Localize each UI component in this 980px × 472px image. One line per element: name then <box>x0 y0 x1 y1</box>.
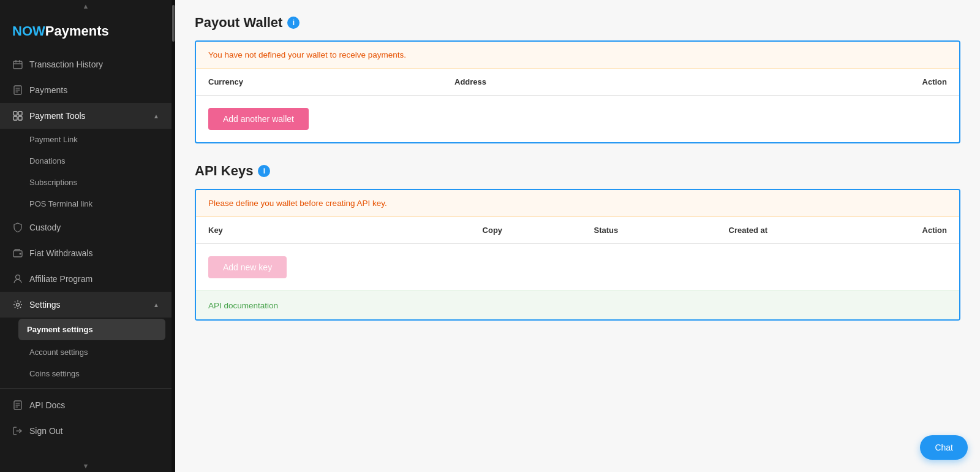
api-keys-info-icon[interactable]: i <box>258 165 270 177</box>
brand-logo: NOWPayments <box>0 12 172 51</box>
status-column-header: Status <box>549 226 663 235</box>
svg-rect-11 <box>18 116 22 120</box>
subitem-label: Donations <box>29 156 66 166</box>
payout-wallet-info-icon[interactable]: i <box>287 17 300 29</box>
shield-icon <box>12 222 23 233</box>
scroll-down-indicator: ▼ <box>0 460 172 472</box>
payout-wallet-card-body: Add another wallet <box>196 96 959 142</box>
brand-now: NOW <box>12 23 45 39</box>
calendar-icon <box>12 59 23 70</box>
gear-icon <box>12 299 23 310</box>
address-column-header: Address <box>454 77 824 86</box>
sidebar-subitem-account-settings[interactable]: Account settings <box>0 341 172 363</box>
subitem-label: Payment Link <box>29 135 78 144</box>
sidebar-subitem-payment-link[interactable]: Payment Link <box>0 129 172 150</box>
sidebar-item-label: Settings <box>29 300 61 310</box>
payout-wallet-title-text: Payout Wallet <box>195 15 282 31</box>
sidebar-item-affiliate-program[interactable]: Affiliate Program <box>0 266 172 292</box>
sidebar-item-transaction-history[interactable]: Transaction History <box>0 51 172 77</box>
api-keys-warning-text: Please define you wallet before creating… <box>208 199 387 208</box>
svg-rect-9 <box>18 112 22 115</box>
subitem-label: Subscriptions <box>29 178 77 187</box>
copy-column-header: Copy <box>435 226 549 235</box>
subitem-label: Coins settings <box>29 369 80 378</box>
key-column-header: Key <box>208 226 435 235</box>
logout-icon <box>12 425 23 436</box>
sidebar-subitem-pos-terminal[interactable]: POS Terminal link <box>0 193 172 215</box>
currency-column-header: Currency <box>208 77 454 86</box>
sidebar-item-label: Fiat Withdrawals <box>29 248 92 258</box>
doc-icon <box>12 400 23 411</box>
sidebar-item-label: Sign Out <box>29 426 62 436</box>
subitem-label: Account settings <box>29 348 88 357</box>
sidebar-subitem-donations[interactable]: Donations <box>0 150 172 172</box>
wallet-icon <box>12 248 23 259</box>
payout-wallet-warning-text: You have not defined your wallet to rece… <box>208 50 406 59</box>
sidebar-item-label: API Docs <box>29 400 65 410</box>
sidebar-item-api-docs[interactable]: API Docs <box>0 392 172 418</box>
payout-wallet-warning: You have not defined your wallet to rece… <box>196 42 959 69</box>
chevron-up-icon: ▲ <box>153 113 159 120</box>
payout-wallet-table-header: Currency Address Action <box>196 69 959 96</box>
sidebar-item-sign-out[interactable]: Sign Out <box>0 418 172 444</box>
sidebar-nav: Transaction History Payments <box>0 51 172 460</box>
subitem-label: POS Terminal link <box>29 199 92 208</box>
api-keys-title: API Keys i <box>195 163 960 179</box>
brand-payments: Payments <box>45 23 109 39</box>
grid-icon <box>12 110 23 121</box>
sidebar-item-label: Transaction History <box>29 59 103 69</box>
sidebar-subitem-payment-settings[interactable]: Payment settings <box>18 319 165 340</box>
api-docs-banner: API documentation <box>196 291 959 319</box>
add-new-key-button[interactable]: Add new key <box>208 256 287 278</box>
scroll-up-indicator: ▲ <box>0 0 172 12</box>
sidebar-item-settings[interactable]: Settings ▲ <box>0 292 172 318</box>
api-keys-card: Please define you wallet before creating… <box>195 189 960 321</box>
file-icon <box>12 85 23 96</box>
payout-wallet-title: Payout Wallet i <box>195 15 960 31</box>
action2-column-header: Action <box>833 226 947 235</box>
chevron-up-icon2: ▲ <box>153 302 159 308</box>
sidebar-item-payment-tools[interactable]: Payment Tools ▲ <box>0 103 172 129</box>
scrollbar-thumb <box>172 5 175 42</box>
sidebar-item-label: Payment Tools <box>29 111 86 121</box>
api-keys-table-header: Key Copy Status Created at Action <box>196 217 959 244</box>
svg-rect-8 <box>13 112 17 115</box>
sidebar-item-label: Custody <box>29 223 61 232</box>
api-keys-card-body: Add new key <box>196 244 959 291</box>
svg-rect-10 <box>13 116 17 120</box>
add-another-wallet-button[interactable]: Add another wallet <box>208 108 309 130</box>
sidebar-item-custody[interactable]: Custody <box>0 215 172 240</box>
created-at-column-header: Created at <box>663 226 833 235</box>
sidebar-subitem-subscriptions[interactable]: Subscriptions <box>0 172 172 193</box>
api-keys-title-text: API Keys <box>195 163 253 179</box>
sidebar: ▲ NOWPayments Transaction History <box>0 0 172 472</box>
sidebar-item-label: Payments <box>29 85 67 95</box>
sidebar-item-fiat-withdrawals[interactable]: Fiat Withdrawals <box>0 240 172 266</box>
action-column-header: Action <box>824 77 947 86</box>
subitem-label: Payment settings <box>27 325 93 334</box>
sidebar-subitem-coins-settings[interactable]: Coins settings <box>0 363 172 384</box>
api-documentation-link[interactable]: API documentation <box>208 301 278 310</box>
svg-point-15 <box>17 303 20 306</box>
sidebar-item-payments[interactable]: Payments <box>0 77 172 103</box>
chat-fab-button[interactable]: Chat <box>920 435 968 460</box>
svg-point-14 <box>16 275 20 280</box>
sidebar-item-label: Affiliate Program <box>29 274 92 284</box>
svg-rect-0 <box>13 61 22 69</box>
api-keys-warning: Please define you wallet before creating… <box>196 190 959 217</box>
main-content: Payout Wallet i You have not defined you… <box>175 0 980 472</box>
user-icon <box>12 273 23 284</box>
svg-point-13 <box>20 253 21 255</box>
payout-wallet-card: You have not defined your wallet to rece… <box>195 40 960 143</box>
divider <box>0 388 172 389</box>
